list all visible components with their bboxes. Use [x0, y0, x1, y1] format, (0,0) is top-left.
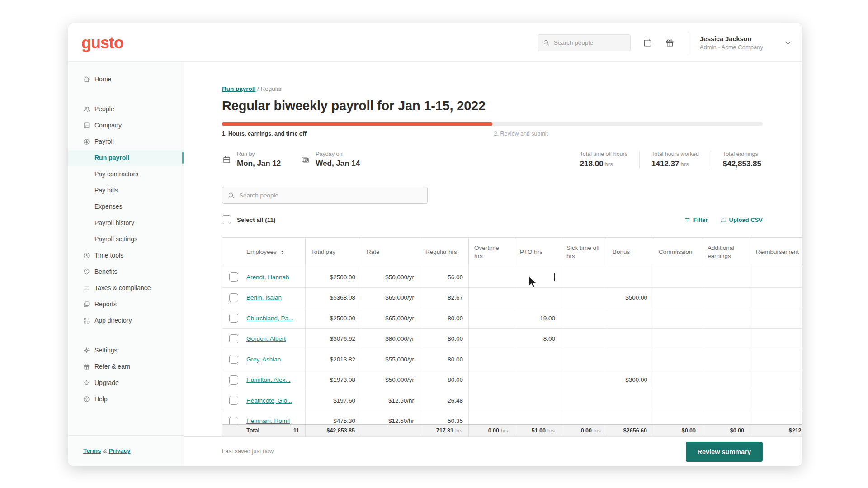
- sidebar-item-upgrade[interactable]: Upgrade: [68, 375, 184, 391]
- employee-link[interactable]: Arendt, Hannah: [246, 274, 289, 281]
- sidebar-item-run-payroll[interactable]: Run payroll: [68, 150, 184, 166]
- col-header-name[interactable]: Employees: [222, 238, 306, 267]
- calendar-icon[interactable]: [642, 38, 653, 48]
- row-checkbox[interactable]: [229, 355, 238, 364]
- sidebar-item-pay-contractors[interactable]: Pay contractors: [68, 166, 184, 182]
- sidebar-item-benefits[interactable]: Benefits: [68, 263, 184, 280]
- cell-reimbursement[interactable]: [750, 329, 802, 349]
- cell-sick[interactable]: [561, 349, 607, 370]
- select-all[interactable]: Select all (11): [222, 215, 276, 224]
- cell-commission[interactable]: [653, 390, 702, 411]
- cell-commission[interactable]: [653, 267, 702, 287]
- cell-sick[interactable]: [561, 329, 607, 349]
- row-checkbox[interactable]: [229, 314, 238, 323]
- row-checkbox[interactable]: [229, 272, 238, 282]
- cell-sick[interactable]: [561, 370, 607, 390]
- cell-reimbursement[interactable]: [750, 308, 802, 328]
- cell-overtime[interactable]: [469, 329, 514, 349]
- cell-pto[interactable]: 8.00: [514, 329, 561, 349]
- cell-pto[interactable]: [514, 267, 561, 287]
- sidebar-item-app-directory[interactable]: App directory: [68, 312, 184, 328]
- cell-commission[interactable]: [653, 329, 702, 349]
- employee-link[interactable]: Grey, Ashlan: [246, 356, 281, 363]
- cell-commission[interactable]: [653, 411, 702, 425]
- row-checkbox[interactable]: [229, 396, 238, 405]
- cell-additional[interactable]: [702, 267, 750, 287]
- sidebar-item-settings[interactable]: Settings: [68, 342, 184, 358]
- sidebar-item-refer-earn[interactable]: Refer & earn: [68, 358, 184, 375]
- sidebar-item-time-tools[interactable]: Time tools: [68, 247, 184, 263]
- privacy-link[interactable]: Privacy: [109, 447, 131, 454]
- cell-additional[interactable]: [702, 349, 750, 370]
- cell-reimbursement[interactable]: [750, 288, 802, 308]
- cell-reimbursement[interactable]: [750, 411, 802, 425]
- cell-overtime[interactable]: [469, 267, 514, 287]
- sidebar-item-help[interactable]: Help: [68, 391, 184, 407]
- cell-additional[interactable]: [702, 308, 750, 328]
- cell-reimbursement[interactable]: [750, 370, 802, 390]
- cell-bonus[interactable]: [607, 349, 653, 370]
- cell-bonus[interactable]: $300.00: [607, 370, 653, 390]
- cell-regular[interactable]: 80.00: [420, 370, 469, 390]
- sidebar-item-reports[interactable]: Reports: [68, 296, 184, 312]
- sidebar-item-payroll-settings[interactable]: Payroll settings: [68, 231, 184, 247]
- cell-commission[interactable]: [653, 308, 702, 328]
- row-checkbox[interactable]: [229, 375, 238, 385]
- cell-additional[interactable]: [702, 329, 750, 349]
- gusto-logo[interactable]: gusto: [81, 33, 123, 52]
- cell-pto[interactable]: [514, 411, 561, 425]
- cell-regular[interactable]: 80.00: [420, 349, 469, 370]
- cell-bonus[interactable]: [607, 308, 653, 328]
- cell-bonus[interactable]: [607, 390, 653, 411]
- row-checkbox[interactable]: [229, 293, 238, 302]
- cell-reimbursement[interactable]: [750, 390, 802, 411]
- employee-link[interactable]: Heathcote, Gio...: [246, 397, 292, 404]
- cell-regular[interactable]: 80.00: [420, 308, 469, 328]
- cell-sick[interactable]: [561, 267, 607, 287]
- cell-commission[interactable]: [653, 370, 702, 390]
- employee-link[interactable]: Gordon, Albert: [246, 335, 286, 342]
- employee-link[interactable]: Berlin, Isaiah: [246, 294, 282, 301]
- cell-bonus[interactable]: [607, 267, 653, 287]
- cell-sick[interactable]: [561, 288, 607, 308]
- cell-additional[interactable]: [702, 390, 750, 411]
- cell-pto[interactable]: [514, 370, 561, 390]
- cell-pto[interactable]: [514, 390, 561, 411]
- cell-pto[interactable]: [514, 349, 561, 370]
- select-all-checkbox[interactable]: [222, 215, 231, 224]
- cell-additional[interactable]: [702, 288, 750, 308]
- cell-commission[interactable]: [653, 349, 702, 370]
- cell-regular[interactable]: 56.00: [420, 267, 469, 287]
- gift-icon[interactable]: [665, 38, 675, 48]
- upload-csv-button[interactable]: Upload CSV: [720, 216, 763, 223]
- sidebar-item-people[interactable]: People: [68, 101, 184, 117]
- cell-bonus[interactable]: $500.00: [607, 288, 653, 308]
- topbar-search-input[interactable]: [554, 39, 622, 46]
- cell-overtime[interactable]: [469, 411, 514, 425]
- chevron-down-icon[interactable]: [784, 39, 792, 47]
- sidebar-item-expenses[interactable]: Expenses: [68, 198, 184, 215]
- cell-commission[interactable]: [653, 288, 702, 308]
- cell-overtime[interactable]: [469, 288, 514, 308]
- cell-pto[interactable]: [514, 288, 561, 308]
- row-checkbox[interactable]: [229, 417, 238, 424]
- sort-icon[interactable]: [279, 249, 285, 255]
- sidebar-item-payroll[interactable]: Payroll: [68, 133, 184, 150]
- cell-overtime[interactable]: [469, 308, 514, 328]
- terms-link[interactable]: Terms: [83, 447, 101, 454]
- cell-sick[interactable]: [561, 390, 607, 411]
- cell-additional[interactable]: [702, 370, 750, 390]
- sidebar-item-company[interactable]: Company: [68, 117, 184, 133]
- sidebar-item-home[interactable]: Home: [68, 71, 184, 87]
- cell-additional[interactable]: [702, 411, 750, 425]
- employee-link[interactable]: Hemnani, Romil: [246, 418, 290, 424]
- sidebar-item-taxes-compliance[interactable]: Taxes & compliance: [68, 280, 184, 296]
- cell-overtime[interactable]: [469, 370, 514, 390]
- employee-link[interactable]: Hamilton, Alex...: [246, 376, 291, 383]
- cell-sick[interactable]: [561, 411, 607, 425]
- cell-reimbursement[interactable]: [750, 349, 802, 370]
- cell-regular[interactable]: 80.00: [420, 329, 469, 349]
- table-search-input[interactable]: [239, 192, 411, 199]
- cell-regular[interactable]: 50.35: [420, 411, 469, 425]
- filter-button[interactable]: Filter: [684, 216, 708, 223]
